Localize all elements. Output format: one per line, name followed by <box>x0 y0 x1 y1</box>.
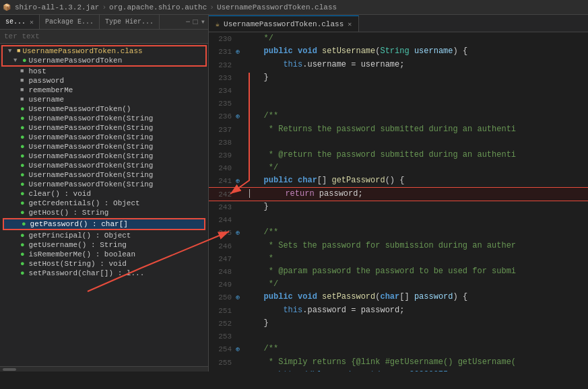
ln-arrow-240 <box>236 162 245 174</box>
ln-241: 241 <box>209 174 236 188</box>
tree-root-class[interactable]: ▼ ■ UsernamePasswordToken.class <box>3 46 205 56</box>
tree-method-isrememberme[interactable]: ● isRememberMe() : boolean <box>0 250 208 259</box>
ln-arrow-235 <box>236 97 245 110</box>
tree-method-sethost[interactable]: ● setHost(String) : void <box>0 259 208 269</box>
tree-root-label: UsernamePasswordToken.class <box>22 47 142 55</box>
ctor-label-2: UsernamePasswordToken(String <box>29 124 154 132</box>
tree-ctor-2[interactable]: ● UsernamePasswordToken(String <box>0 123 208 133</box>
ctor-label-5: UsernamePasswordToken(String <box>29 152 154 160</box>
tree-method-getusername[interactable]: ● getUsername() : String <box>0 240 208 250</box>
code-256: http://blog.csdn.net/ne... 26329975 <box>245 369 448 372</box>
ctor-label-0: UsernamePasswordToken() <box>29 105 131 113</box>
tab-label-type: Type Hier... <box>105 18 154 26</box>
tree-ctor-8[interactable]: ● UsernamePasswordToken(String <box>0 180 208 189</box>
maximize-icon[interactable]: □ <box>193 17 198 27</box>
arrow-icon: ▼ <box>8 48 15 55</box>
method-icon-isrememberme: ● <box>20 250 25 258</box>
ln-234: 234 <box>209 84 236 97</box>
ln-arrow-233 <box>236 71 245 84</box>
method-label-getcredentials: getCredentials() : Object <box>29 199 140 207</box>
ln-252: 252 <box>209 317 236 330</box>
code-row-236: 236 ⊕ /** <box>209 110 588 123</box>
ctor-icon-7: ● <box>20 171 25 179</box>
code-244 <box>245 213 249 226</box>
code-235 <box>245 97 249 110</box>
ln-256: 256 <box>209 369 236 372</box>
panel-tab-bar: se... ✕ Package E... Type Hier... − □ ▾ <box>0 15 208 30</box>
code-row-250: 250 ⊕ public void setPassword(char[] pas… <box>209 291 588 304</box>
ctor-icon-3: ● <box>20 133 25 141</box>
code-row-237: 237 * Returns the password submitted dur… <box>209 123 588 136</box>
method-selected-box[interactable]: ● getPassword() : char[] <box>3 218 205 230</box>
ln-arrow-232 <box>236 59 245 71</box>
tree-ctor-0[interactable]: ● UsernamePasswordToken() <box>0 104 208 114</box>
tree-view[interactable]: ▼ ■ UsernamePasswordToken.class ▼ ● User… <box>0 44 208 366</box>
scroll-thumb[interactable] <box>3 368 16 371</box>
code-editor[interactable]: 230 */ 231 ⊕ public void setUsername(Str… <box>209 32 588 372</box>
code-row-234: 234 <box>209 84 588 97</box>
tree-ctor-1[interactable]: ● UsernamePasswordToken(String <box>0 114 208 123</box>
minimize-icon[interactable]: − <box>185 17 190 27</box>
breadcrumb-class: UsernamePasswordToken.class <box>217 3 337 11</box>
tree-ctor-3[interactable]: ● UsernamePasswordToken(String <box>0 133 208 142</box>
code-232: this.username = username; <box>245 59 404 71</box>
tab-label-outline: se... <box>5 18 26 26</box>
ln-243: 243 <box>209 201 236 213</box>
tab-outline[interactable]: se... ✕ <box>0 15 40 29</box>
code-row-249: 249 */ <box>209 278 588 291</box>
code-tab-bar: ☕ UsernamePasswordToken.class ✕ <box>209 15 588 32</box>
tab-type-hierarchy[interactable]: Type Hier... <box>100 15 160 29</box>
search-area: ter text <box>0 30 208 44</box>
code-row-239: 239 * @return the password submitted dur… <box>209 149 588 162</box>
method-label-getusername: getUsername() : String <box>29 241 127 249</box>
code-234 <box>245 84 249 97</box>
tree-ctor-5[interactable]: ● UsernamePasswordToken(String <box>0 151 208 161</box>
code-row-246: 246 * Sets the password for submission d… <box>209 240 588 252</box>
tree-method-clear[interactable]: ● clear() : void <box>0 189 208 199</box>
code-row-241: 241 ⊕ public char[] getPassword() { <box>209 174 588 188</box>
tab-package-explorer[interactable]: Package E... <box>40 15 100 29</box>
tree-field-username[interactable]: ■ username <box>0 95 208 104</box>
tab-close-outline[interactable]: ✕ <box>30 18 34 26</box>
ln-arrow-238 <box>236 136 245 149</box>
method-icon-getusername: ● <box>20 241 25 249</box>
field-label-username: username <box>28 96 64 104</box>
ln-230: 230 <box>209 32 236 45</box>
tab-close-icon[interactable]: ✕ <box>348 20 352 28</box>
ln-arrow-243 <box>236 201 245 213</box>
ln-arrow-231: ⊕ <box>236 45 245 59</box>
method-label-getprincipal: getPrincipal() : Object <box>29 232 131 240</box>
code-row-247: 247 * <box>209 252 588 265</box>
tree-ctor-6[interactable]: ● UsernamePasswordToken(String <box>0 161 208 170</box>
tree-ctor-4[interactable]: ● UsernamePasswordToken(String <box>0 142 208 151</box>
ln-254: 254 <box>209 343 236 356</box>
ln-arrow-255 <box>236 356 245 369</box>
code-tab-active[interactable]: ☕ UsernamePasswordToken.class ✕ <box>209 15 359 32</box>
app-window: 📦 shiro-all-1.3.2.jar › org.apache.shiro… <box>0 0 588 389</box>
code-247: * <box>245 252 273 265</box>
code-row-233: 233 } <box>209 71 588 84</box>
tree-method-setpassword[interactable]: ● setPassword(char[]) : l... <box>0 269 208 278</box>
ctor-label-8: UsernamePasswordToken(String <box>29 180 154 188</box>
arrow-icon2: ▼ <box>13 57 20 64</box>
tree-ctor-7[interactable]: ● UsernamePasswordToken(String <box>0 170 208 180</box>
code-251: this.password = password; <box>245 304 404 317</box>
tree-method-getprincipal[interactable]: ● getPrincipal() : Object <box>0 231 208 240</box>
tree-method-gethost[interactable]: ● getHost() : String <box>0 208 208 217</box>
ln-arrow-251 <box>236 304 245 317</box>
breadcrumb-package: org.apache.shiro.authc <box>109 3 207 11</box>
tree-child-class[interactable]: ▼ ● UsernamePasswordToken <box>3 56 205 65</box>
tree-method-getcredentials[interactable]: ● getCredentials() : Object <box>0 199 208 208</box>
code-249: */ <box>245 278 278 291</box>
method-icon-getpassword: ● <box>22 220 26 228</box>
code-236: /** <box>245 110 278 123</box>
tree-method-getpassword[interactable]: ● getPassword() : char[] <box>4 219 204 229</box>
panel-menu-icon[interactable]: ▾ <box>201 17 205 27</box>
tree-field-host[interactable]: ■ host <box>0 67 208 76</box>
tree-field-rememberme[interactable]: ■ rememberMe <box>0 85 208 95</box>
tree-field-password[interactable]: ■ password <box>0 76 208 85</box>
ln-232: 232 <box>209 59 236 71</box>
blog-link[interactable]: http://blog.csdn.net/ne... 26329975 <box>249 370 448 372</box>
ln-242: 242 <box>209 188 236 201</box>
ln-arrow-245: ⊕ <box>236 226 245 240</box>
